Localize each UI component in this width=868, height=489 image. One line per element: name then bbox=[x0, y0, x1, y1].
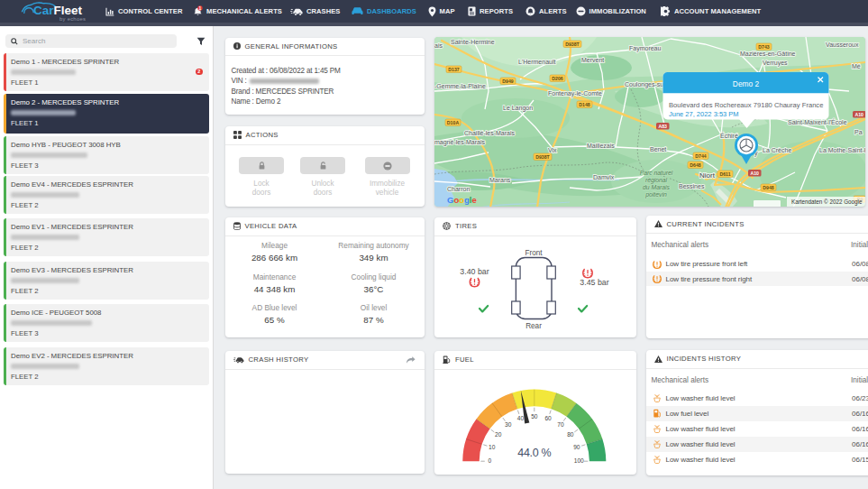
svg-text:0: 0 bbox=[488, 457, 491, 464]
svg-text:Mazières-en-Gâtine: Mazières-en-Gâtine bbox=[740, 51, 796, 57]
svg-text:D148: D148 bbox=[579, 102, 590, 107]
svg-text:ais: ais bbox=[434, 42, 443, 49]
svg-text:A10: A10 bbox=[854, 112, 863, 117]
svg-text:Sainte-Hermine: Sainte-Hermine bbox=[451, 39, 495, 45]
svg-text:-Gemme-la-Plaine: -Gemme-la-Plaine bbox=[434, 83, 486, 89]
svg-text:Rear: Rear bbox=[525, 321, 542, 329]
svg-text:Vix: Vix bbox=[548, 147, 557, 153]
svg-text:50: 50 bbox=[531, 412, 538, 419]
svg-text:Boulevard des Rochereaux 79180: Boulevard des Rochereaux 79180 Chauray F… bbox=[669, 101, 823, 109]
svg-text:Bessines: Bessines bbox=[679, 183, 705, 189]
svg-text:3.40 bar: 3.40 bar bbox=[460, 266, 489, 275]
svg-text:Front: Front bbox=[525, 249, 543, 257]
svg-text:20: 20 bbox=[495, 431, 502, 438]
svg-text:40: 40 bbox=[517, 415, 525, 421]
svg-text:Le Langon: Le Langon bbox=[503, 105, 533, 112]
svg-text:1: 1 bbox=[199, 5, 202, 11]
svg-text:Benet: Benet bbox=[650, 146, 666, 152]
svg-text:80: 80 bbox=[567, 431, 574, 438]
svg-text:Damvix: Damvix bbox=[593, 174, 615, 180]
svg-text:D743: D743 bbox=[758, 44, 770, 50]
svg-text:44.0 %: 44.0 % bbox=[517, 447, 551, 459]
svg-text:Marans: Marans bbox=[489, 177, 511, 183]
svg-text:Faymoreau: Faymoreau bbox=[629, 45, 662, 52]
svg-text:CarFleet: CarFleet bbox=[33, 4, 83, 17]
svg-text:Mé: Mé bbox=[852, 63, 861, 69]
svg-text:A10: A10 bbox=[750, 171, 759, 176]
svg-text:30: 30 bbox=[505, 421, 512, 428]
svg-text:Pa: Pa bbox=[854, 129, 863, 135]
svg-text:D206: D206 bbox=[552, 76, 563, 81]
svg-text:Google: Google bbox=[447, 195, 477, 205]
svg-text:Demo 2: Demo 2 bbox=[733, 79, 760, 88]
svg-text:D648: D648 bbox=[690, 162, 701, 168]
svg-text:La Crèche: La Crèche bbox=[763, 147, 791, 153]
svg-text:3.45 bar: 3.45 bar bbox=[580, 277, 608, 286]
svg-text:D949: D949 bbox=[502, 78, 514, 84]
svg-text:A83: A83 bbox=[658, 124, 667, 129]
svg-text:magné-les-Marais: magné-les-Marais bbox=[434, 139, 486, 146]
svg-text:June 27, 2022 3:53 PM: June 27, 2022 3:53 PM bbox=[669, 110, 739, 118]
svg-text:régional: régional bbox=[645, 177, 668, 184]
svg-text:D744: D744 bbox=[695, 153, 707, 159]
svg-text:Kartendaten © 2022 Google: Kartendaten © 2022 Google bbox=[791, 198, 863, 206]
svg-text:Charron: Charron bbox=[447, 186, 470, 192]
svg-text:D10A: D10A bbox=[447, 120, 460, 125]
svg-text:D938T: D938T bbox=[535, 154, 550, 160]
svg-text:Échiré: Échiré bbox=[720, 132, 738, 139]
svg-text:L'Hermenault: L'Hermenault bbox=[518, 59, 555, 65]
svg-text:D938T: D938T bbox=[565, 42, 580, 47]
svg-text:100: 100 bbox=[574, 457, 584, 464]
svg-text:Mervent: Mervent bbox=[581, 57, 604, 63]
svg-text:by echoes: by echoes bbox=[59, 16, 86, 22]
svg-text:Coulonges-su: Coulonges-su bbox=[625, 81, 663, 88]
svg-text:Niort: Niort bbox=[699, 171, 716, 180]
svg-text:Maillezais: Maillezais bbox=[587, 143, 615, 149]
svg-text:Parc naturel: Parc naturel bbox=[640, 170, 673, 176]
svg-text:Fontenay-le-Comte: Fontenay-le-Comte bbox=[548, 90, 602, 97]
svg-text:Vausseroux: Vausseroux bbox=[826, 42, 859, 48]
svg-text:Verruyes: Verruyes bbox=[763, 60, 788, 67]
svg-text:Chaillé-les-Marais: Chaillé-les-Marais bbox=[464, 130, 516, 136]
svg-text:70: 70 bbox=[557, 421, 564, 428]
svg-text:poitevin: poitevin bbox=[644, 191, 667, 198]
svg-text:D137: D137 bbox=[448, 67, 460, 72]
svg-text:90: 90 bbox=[573, 444, 580, 450]
svg-text:du Marais: du Marais bbox=[643, 184, 670, 190]
svg-text:D611: D611 bbox=[719, 171, 730, 177]
svg-text:10: 10 bbox=[489, 444, 496, 450]
svg-text:La Mothe-Saint-H: La Mothe-Saint-H bbox=[819, 147, 865, 153]
svg-text:60: 60 bbox=[544, 415, 552, 421]
svg-text:D948: D948 bbox=[763, 185, 774, 190]
